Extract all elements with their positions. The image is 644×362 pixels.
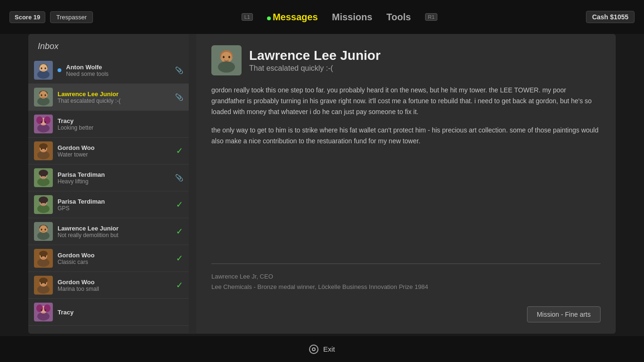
- inbox-list: Anton WolfeNeed some tools📎 Lawrence Lee…: [28, 55, 189, 334]
- svg-point-36: [39, 197, 48, 203]
- svg-point-18: [44, 116, 50, 124]
- inbox-item-text: Anton WolfeNeed some tools: [66, 64, 170, 77]
- top-bar-left: Score 19 Trespasser: [9, 11, 93, 23]
- top-bar-nav: L1 Messages Missions Tools R1: [242, 12, 437, 23]
- svg-point-4: [40, 64, 47, 72]
- detail-body: gordon really took this one step too far…: [211, 85, 601, 256]
- inbox-sender: Tracy: [58, 117, 183, 124]
- avatar: [34, 168, 53, 187]
- inbox-sender: Parisa Terdiman: [58, 171, 170, 178]
- nav-tools[interactable]: Tools: [386, 12, 411, 23]
- svg-point-30: [39, 170, 48, 176]
- inbox-item-text: Parisa TerdimanHeavy lifting: [58, 171, 170, 185]
- svg-point-45: [45, 229, 46, 230]
- detail-sender: Lawrence Lee Junior: [249, 48, 381, 63]
- svg-point-68: [218, 61, 235, 73]
- svg-point-57: [45, 282, 46, 284]
- inbox-sender: Parisa Terdiman: [58, 198, 171, 205]
- exit-label[interactable]: Exit: [323, 345, 335, 353]
- top-bar: Score 19 Trespasser L1 Messages Missions…: [0, 0, 644, 34]
- svg-point-63: [41, 309, 42, 311]
- inbox-item[interactable]: Lawrence Lee JuniorThat escalated quickl…: [28, 84, 189, 111]
- bottom-bar: Exit: [0, 336, 644, 362]
- svg-point-12: [41, 94, 42, 96]
- inbox-sender: Tracy: [58, 309, 183, 316]
- avatar: [34, 115, 53, 133]
- sig-company: Lee Chemicals - Bronze medal winner, Löc…: [211, 282, 601, 292]
- nav-dot: [267, 16, 271, 20]
- inbox-item[interactable]: Gordon WooMarina too small✓: [28, 272, 189, 299]
- inbox-item[interactable]: Tracy: [28, 299, 189, 326]
- score-badge: Score 19: [9, 11, 45, 23]
- avatar: [34, 195, 53, 214]
- svg-point-51: [45, 255, 46, 257]
- check-icon: ✓: [176, 199, 183, 210]
- svg-point-5: [41, 67, 42, 69]
- inbox-preview: Need some tools: [66, 71, 170, 77]
- inbox-preview: Not really demolition but: [58, 232, 171, 239]
- inbox-item-text: Lawrence Lee JuniorThat escalated quickl…: [58, 90, 170, 104]
- svg-point-56: [41, 282, 42, 284]
- inbox-sender: Gordon Woo: [58, 252, 171, 259]
- inbox-preview: Looking better: [58, 124, 183, 131]
- detail-divider: [211, 263, 601, 264]
- inbox-preview: Marina too small: [58, 286, 171, 292]
- nav-messages[interactable]: Messages: [267, 12, 318, 23]
- inbox-item[interactable]: Gordon WooWater tower✓: [28, 138, 189, 165]
- inbox-item[interactable]: Anton WolfeNeed some tools📎: [28, 57, 189, 84]
- inbox-item[interactable]: TracyLooking better: [28, 111, 189, 138]
- detail-sig: Lawrence Lee Jr, CEO Lee Chemicals - Bro…: [211, 272, 601, 292]
- check-icon: ✓: [176, 146, 183, 156]
- exit-circle-inner: [312, 347, 316, 351]
- inbox-preview: Water tower: [58, 151, 171, 158]
- l1-label: L1: [242, 13, 253, 21]
- sig-name: Lawrence Lee Jr, CEO: [211, 272, 601, 282]
- detail-header: Lawrence Lee Junior That escalated quick…: [211, 45, 601, 75]
- svg-point-37: [41, 202, 42, 204]
- svg-point-64: [45, 309, 46, 311]
- mission-button[interactable]: Mission - Fine arts: [527, 306, 601, 322]
- avatar: [34, 303, 53, 321]
- r1-label: R1: [425, 13, 437, 21]
- svg-point-19: [41, 121, 42, 123]
- detail-subject: That escalated quickly :-(: [249, 64, 381, 73]
- check-icon: ✓: [176, 280, 183, 290]
- unread-dot: [58, 68, 61, 72]
- inbox-sender: Lawrence Lee Junior: [58, 90, 170, 98]
- inbox-item[interactable]: Parisa TerdimanGPS✓: [28, 191, 189, 218]
- inbox-preview: GPS: [58, 205, 171, 212]
- detail-panel: Lawrence Lee Junior That escalated quick…: [196, 34, 616, 334]
- detail-body-p2: the only way to get to him is to strike …: [211, 125, 601, 147]
- svg-point-32: [45, 175, 46, 177]
- inbox-item[interactable]: Parisa TerdimanHeavy lifting📎: [28, 165, 189, 191]
- svg-point-25: [41, 148, 42, 150]
- inbox-sender: Gordon Woo: [58, 279, 171, 286]
- svg-point-70: [223, 56, 225, 58]
- svg-point-44: [41, 229, 42, 230]
- svg-point-13: [45, 94, 46, 96]
- svg-point-50: [41, 255, 42, 257]
- avatar: [34, 222, 53, 241]
- svg-point-26: [45, 148, 46, 150]
- inbox-title: Inbox: [28, 34, 189, 55]
- avatar: [34, 141, 53, 160]
- svg-point-55: [39, 278, 48, 283]
- svg-point-38: [45, 202, 46, 204]
- avatar: [34, 61, 53, 80]
- svg-point-71: [228, 56, 230, 58]
- detail-body-p1: gordon really took this one step too far…: [211, 85, 601, 117]
- exit-circle-icon: [309, 345, 318, 354]
- inbox-item[interactable]: Gordon WooClassic cars✓: [28, 245, 189, 272]
- inbox-item[interactable]: Lawrence Lee JuniorNot really demolition…: [28, 218, 189, 245]
- inbox-sender: Gordon Woo: [58, 144, 171, 151]
- nav-missions[interactable]: Missions: [332, 12, 373, 23]
- svg-point-24: [39, 143, 48, 149]
- inbox-preview: That escalated quickly :-(: [58, 98, 170, 104]
- detail-avatar: [211, 45, 242, 75]
- inbox-preview: Heavy lifting: [58, 178, 170, 185]
- attach-icon: 📎: [175, 174, 183, 181]
- attach-icon: 📎: [175, 93, 183, 101]
- svg-point-20: [45, 121, 46, 123]
- svg-point-6: [45, 67, 46, 69]
- avatar: [34, 249, 53, 268]
